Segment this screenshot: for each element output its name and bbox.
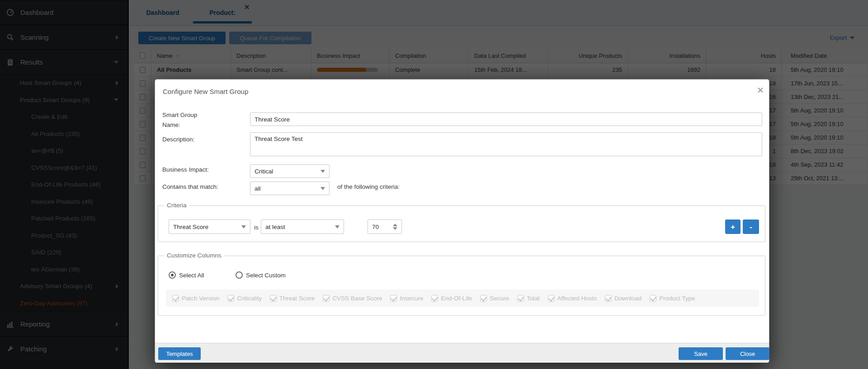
- criteria-operator-select[interactable]: at least: [261, 220, 344, 234]
- dialog-close-icon[interactable]: ✕: [755, 85, 765, 95]
- column-option-product-type: Product Type: [650, 295, 695, 302]
- criteria-field-value: Threat Score: [173, 224, 208, 230]
- criteria-field-select[interactable]: Threat Score: [169, 220, 250, 234]
- column-option-insecure: Insecure: [390, 295, 423, 302]
- column-option-total: Total: [517, 295, 540, 302]
- column-option-criticality: Criticality: [227, 295, 262, 302]
- criteria-operator-value: at least: [265, 224, 285, 230]
- business-impact-value: Critical: [255, 168, 273, 175]
- contains-that-match-label: Contains that match:: [162, 182, 244, 192]
- description-label: Description:: [162, 135, 244, 145]
- configure-smart-group-dialog: Configure New Smart Group ✕ Smart Group …: [155, 79, 769, 363]
- radio-selected-icon[interactable]: [169, 271, 176, 279]
- chevron-down-icon: [335, 225, 340, 229]
- smart-group-name-input[interactable]: [250, 112, 762, 126]
- column-option-label: Insecure: [400, 295, 423, 302]
- customize-columns-fieldset: Customize Columns: [158, 256, 765, 316]
- column-option-label: Affected Hosts: [557, 295, 597, 302]
- radio-unselected-icon[interactable]: [236, 271, 243, 279]
- select-custom-label: Select Custom: [246, 272, 286, 279]
- column-option-cvss-base-score: CVSS Base Score: [323, 295, 382, 302]
- select-custom-radio[interactable]: Select Custom: [236, 271, 286, 279]
- column-option-label: Total: [527, 295, 540, 302]
- checked-checkbox-icon: [517, 295, 524, 302]
- checked-checkbox-icon: [605, 295, 612, 302]
- column-option-label: Download: [614, 295, 642, 302]
- chevron-down-icon: [241, 225, 246, 229]
- checked-checkbox-icon: [172, 295, 179, 302]
- checked-checkbox-icon: [548, 295, 555, 302]
- column-option-label: End-Of-Life: [441, 295, 472, 302]
- templates-button[interactable]: Templates: [158, 347, 201, 360]
- column-checkbox-strip: Patch VersionCriticalityThreat ScoreCVSS…: [166, 290, 759, 307]
- contains-match-select[interactable]: all: [250, 182, 330, 195]
- criteria-threshold-value: 70: [372, 224, 379, 230]
- column-option-label: Product Type: [659, 295, 695, 302]
- column-option-label: Criticality: [237, 295, 262, 302]
- app-window: DashboardScanningResultsHost Smart Group…: [0, 0, 868, 369]
- dialog-footer: Templates Save Close: [155, 343, 769, 363]
- checked-checkbox-icon: [431, 295, 438, 302]
- chevron-down-icon: [321, 170, 325, 173]
- criteria-suffix-text: of the following criteria:: [337, 182, 455, 192]
- smart-group-name-label: Smart Group Name:: [162, 110, 217, 130]
- save-button[interactable]: Save: [679, 347, 723, 360]
- column-option-label: Patch Version: [182, 295, 219, 302]
- checked-checkbox-icon: [227, 295, 234, 302]
- criteria-threshold-spinner[interactable]: 70: [368, 220, 402, 234]
- column-option-patch-version: Patch Version: [172, 295, 219, 302]
- close-button[interactable]: Close: [726, 347, 769, 360]
- column-option-end-of-life: End-Of-Life: [431, 295, 472, 302]
- column-option-label: Secure: [490, 295, 509, 302]
- business-impact-label: Business Impact:: [162, 165, 244, 175]
- select-all-radio[interactable]: Select All: [169, 271, 204, 279]
- add-criteria-button[interactable]: +: [725, 220, 741, 234]
- customize-columns-legend: Customize Columns: [164, 252, 224, 259]
- business-impact-select[interactable]: Critical: [250, 164, 330, 178]
- contains-match-value: all: [255, 185, 261, 192]
- chevron-down-icon: [321, 187, 325, 190]
- column-option-affected-hosts: Affected Hosts: [548, 295, 597, 302]
- column-option-label: Threat Score: [279, 295, 315, 302]
- description-input[interactable]: Threat Score Test: [250, 132, 762, 156]
- dialog-title: Configure New Smart Group: [163, 88, 248, 95]
- spinner-arrows-icon[interactable]: [393, 224, 397, 230]
- checked-checkbox-icon: [323, 295, 330, 302]
- select-all-label: Select All: [179, 272, 204, 279]
- column-option-secure: Secure: [480, 295, 509, 302]
- column-option-download: Download: [605, 295, 642, 302]
- checked-checkbox-icon: [270, 295, 277, 302]
- criteria-legend: Criteria: [164, 202, 189, 209]
- column-option-threat-score: Threat Score: [270, 295, 315, 302]
- checked-checkbox-icon: [390, 295, 397, 302]
- column-option-label: CVSS Base Score: [332, 295, 382, 302]
- checked-checkbox-icon: [480, 295, 487, 302]
- remove-criteria-button[interactable]: -: [743, 220, 759, 234]
- checked-checkbox-icon: [650, 295, 656, 302]
